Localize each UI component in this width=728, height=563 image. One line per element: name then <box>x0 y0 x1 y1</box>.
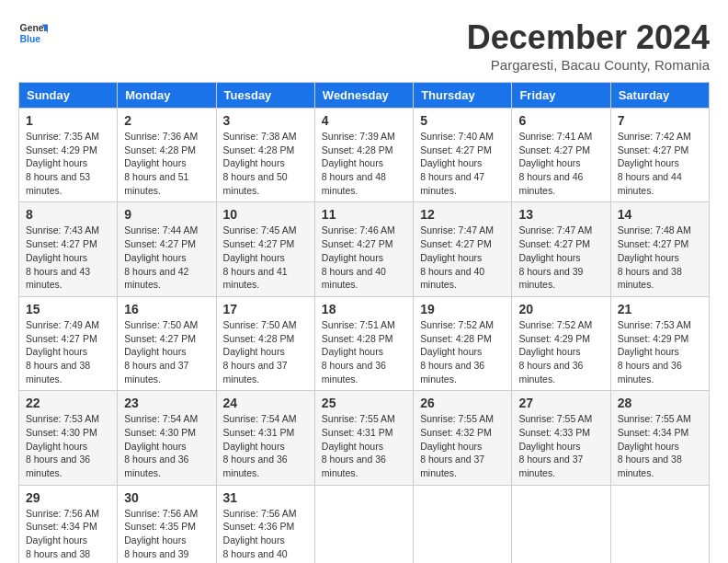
week-row-5: 29Sunrise: 7:56 AMSunset: 4:34 PMDayligh… <box>19 485 710 563</box>
calendar-cell: 5Sunrise: 7:40 AMSunset: 4:27 PMDaylight… <box>414 109 512 202</box>
calendar-cell: 30Sunrise: 7:56 AMSunset: 4:35 PMDayligh… <box>118 485 216 563</box>
day-number: 15 <box>26 302 110 316</box>
calendar-cell <box>314 485 413 563</box>
day-number: 30 <box>124 490 209 505</box>
day-info: Sunrise: 7:45 AMSunset: 4:27 PMDaylight … <box>223 224 308 291</box>
day-number: 28 <box>618 396 702 410</box>
day-info: Sunrise: 7:47 AMSunset: 4:27 PMDaylight … <box>420 224 505 291</box>
calendar-cell: 18Sunrise: 7:51 AMSunset: 4:28 PMDayligh… <box>314 296 413 390</box>
day-number: 8 <box>26 207 110 222</box>
day-info: Sunrise: 7:41 AMSunset: 4:27 PMDaylight … <box>518 130 603 197</box>
day-info: Sunrise: 7:49 AMSunset: 4:27 PMDaylight … <box>26 318 110 385</box>
calendar-cell: 2Sunrise: 7:36 AMSunset: 4:28 PMDaylight… <box>118 109 216 202</box>
day-info: Sunrise: 7:50 AMSunset: 4:28 PMDaylight … <box>223 318 308 385</box>
day-header-friday: Friday <box>512 83 610 109</box>
calendar-cell: 6Sunrise: 7:41 AMSunset: 4:27 PMDaylight… <box>512 109 610 202</box>
calendar-cell: 3Sunrise: 7:38 AMSunset: 4:28 PMDaylight… <box>216 109 314 202</box>
day-info: Sunrise: 7:42 AMSunset: 4:27 PMDaylight … <box>618 130 702 197</box>
calendar-cell: 10Sunrise: 7:45 AMSunset: 4:27 PMDayligh… <box>216 202 314 296</box>
calendar-cell: 7Sunrise: 7:42 AMSunset: 4:27 PMDaylight… <box>610 109 709 202</box>
calendar-cell: 25Sunrise: 7:55 AMSunset: 4:31 PMDayligh… <box>314 391 413 485</box>
calendar-cell: 19Sunrise: 7:52 AMSunset: 4:28 PMDayligh… <box>414 296 512 390</box>
day-number: 7 <box>618 113 702 128</box>
calendar-cell: 1Sunrise: 7:35 AMSunset: 4:29 PMDaylight… <box>19 109 118 202</box>
day-header-sunday: Sunday <box>19 83 118 109</box>
day-info: Sunrise: 7:55 AMSunset: 4:34 PMDaylight … <box>618 412 702 479</box>
location-subtitle: Pargaresti, Bacau County, Romania <box>467 57 710 73</box>
day-header-monday: Monday <box>118 83 216 109</box>
day-header-wednesday: Wednesday <box>314 83 413 109</box>
calendar-cell: 23Sunrise: 7:54 AMSunset: 4:30 PMDayligh… <box>118 391 216 485</box>
day-number: 5 <box>420 113 505 128</box>
calendar-cell: 21Sunrise: 7:53 AMSunset: 4:29 PMDayligh… <box>610 296 709 390</box>
calendar-cell: 9Sunrise: 7:44 AMSunset: 4:27 PMDaylight… <box>118 202 216 296</box>
day-number: 2 <box>124 113 209 128</box>
page-header: General Blue December 2024 Pargaresti, B… <box>18 18 710 73</box>
calendar-cell <box>414 485 512 563</box>
day-info: Sunrise: 7:51 AMSunset: 4:28 PMDaylight … <box>322 318 406 385</box>
calendar-cell <box>610 485 709 563</box>
day-info: Sunrise: 7:35 AMSunset: 4:29 PMDaylight … <box>26 130 110 197</box>
day-info: Sunrise: 7:52 AMSunset: 4:28 PMDaylight … <box>420 318 505 385</box>
logo-icon: General Blue <box>18 18 48 48</box>
day-info: Sunrise: 7:55 AMSunset: 4:32 PMDaylight … <box>420 412 505 479</box>
day-info: Sunrise: 7:55 AMSunset: 4:33 PMDaylight … <box>518 412 603 479</box>
day-number: 21 <box>618 302 702 316</box>
day-info: Sunrise: 7:52 AMSunset: 4:29 PMDaylight … <box>518 318 603 385</box>
calendar-cell: 27Sunrise: 7:55 AMSunset: 4:33 PMDayligh… <box>512 391 610 485</box>
calendar-table: SundayMondayTuesdayWednesdayThursdayFrid… <box>18 82 710 563</box>
calendar-cell: 26Sunrise: 7:55 AMSunset: 4:32 PMDayligh… <box>414 391 512 485</box>
calendar-header-row: SundayMondayTuesdayWednesdayThursdayFrid… <box>19 83 710 109</box>
day-number: 25 <box>322 396 406 410</box>
day-number: 20 <box>518 302 603 316</box>
calendar-cell: 4Sunrise: 7:39 AMSunset: 4:28 PMDaylight… <box>314 109 413 202</box>
day-number: 10 <box>223 207 308 222</box>
week-row-3: 15Sunrise: 7:49 AMSunset: 4:27 PMDayligh… <box>19 296 710 390</box>
day-number: 1 <box>26 113 110 128</box>
week-row-1: 1Sunrise: 7:35 AMSunset: 4:29 PMDaylight… <box>19 109 710 202</box>
calendar-cell: 8Sunrise: 7:43 AMSunset: 4:27 PMDaylight… <box>19 202 118 296</box>
day-number: 3 <box>223 113 308 128</box>
day-number: 16 <box>124 302 209 316</box>
week-row-4: 22Sunrise: 7:53 AMSunset: 4:30 PMDayligh… <box>19 391 710 485</box>
day-number: 18 <box>322 302 406 316</box>
day-number: 6 <box>518 113 603 128</box>
calendar-cell: 17Sunrise: 7:50 AMSunset: 4:28 PMDayligh… <box>216 296 314 390</box>
day-info: Sunrise: 7:54 AMSunset: 4:31 PMDaylight … <box>223 412 308 479</box>
day-info: Sunrise: 7:43 AMSunset: 4:27 PMDaylight … <box>26 224 110 291</box>
day-number: 14 <box>618 207 702 222</box>
day-number: 23 <box>124 396 209 410</box>
day-info: Sunrise: 7:47 AMSunset: 4:27 PMDaylight … <box>518 224 603 291</box>
calendar-cell: 28Sunrise: 7:55 AMSunset: 4:34 PMDayligh… <box>610 391 709 485</box>
calendar-cell: 24Sunrise: 7:54 AMSunset: 4:31 PMDayligh… <box>216 391 314 485</box>
month-title: December 2024 <box>467 18 710 57</box>
day-info: Sunrise: 7:56 AMSunset: 4:36 PMDaylight … <box>223 507 308 563</box>
logo: General Blue <box>18 18 48 48</box>
calendar-cell: 16Sunrise: 7:50 AMSunset: 4:27 PMDayligh… <box>118 296 216 390</box>
day-info: Sunrise: 7:48 AMSunset: 4:27 PMDaylight … <box>618 224 702 291</box>
day-number: 31 <box>223 490 308 505</box>
day-header-saturday: Saturday <box>610 83 709 109</box>
calendar-cell: 11Sunrise: 7:46 AMSunset: 4:27 PMDayligh… <box>314 202 413 296</box>
day-info: Sunrise: 7:39 AMSunset: 4:28 PMDaylight … <box>322 130 406 197</box>
day-info: Sunrise: 7:40 AMSunset: 4:27 PMDaylight … <box>420 130 505 197</box>
day-number: 11 <box>322 207 406 222</box>
day-info: Sunrise: 7:54 AMSunset: 4:30 PMDaylight … <box>124 412 209 479</box>
day-info: Sunrise: 7:56 AMSunset: 4:34 PMDaylight … <box>26 507 110 563</box>
calendar-cell: 13Sunrise: 7:47 AMSunset: 4:27 PMDayligh… <box>512 202 610 296</box>
day-number: 13 <box>518 207 603 222</box>
day-info: Sunrise: 7:44 AMSunset: 4:27 PMDaylight … <box>124 224 209 291</box>
day-number: 27 <box>518 396 603 410</box>
calendar-cell: 29Sunrise: 7:56 AMSunset: 4:34 PMDayligh… <box>19 485 118 563</box>
calendar-cell: 14Sunrise: 7:48 AMSunset: 4:27 PMDayligh… <box>610 202 709 296</box>
day-number: 22 <box>26 396 110 410</box>
day-number: 12 <box>420 207 505 222</box>
day-header-thursday: Thursday <box>414 83 512 109</box>
day-info: Sunrise: 7:53 AMSunset: 4:29 PMDaylight … <box>618 318 702 385</box>
day-header-tuesday: Tuesday <box>216 83 314 109</box>
day-info: Sunrise: 7:53 AMSunset: 4:30 PMDaylight … <box>26 412 110 479</box>
calendar-cell: 20Sunrise: 7:52 AMSunset: 4:29 PMDayligh… <box>512 296 610 390</box>
week-row-2: 8Sunrise: 7:43 AMSunset: 4:27 PMDaylight… <box>19 202 710 296</box>
day-number: 17 <box>223 302 308 316</box>
day-info: Sunrise: 7:50 AMSunset: 4:27 PMDaylight … <box>124 318 209 385</box>
